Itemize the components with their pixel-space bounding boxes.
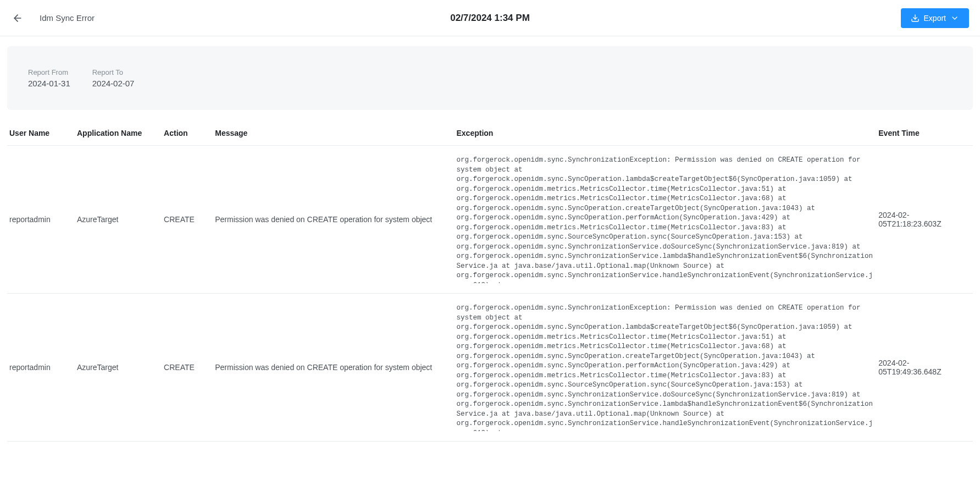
exception-text: org.forgerock.openidm.sync.Synchronizati…: [456, 304, 874, 431]
error-table: User Name Application Name Action Messag…: [7, 121, 973, 442]
cell-eventtime: 2024-02-05T21:18:23.603Z: [876, 146, 973, 294]
download-icon: [911, 14, 920, 23]
table-header-row: User Name Application Name Action Messag…: [7, 121, 973, 146]
report-to-value: 2024-02-07: [92, 79, 135, 88]
cell-appname: AzureTarget: [75, 294, 162, 442]
cell-message: Permission was denied on CREATE operatio…: [213, 146, 454, 294]
report-from-value: 2024-01-31: [28, 79, 70, 88]
header-action[interactable]: Action: [162, 121, 213, 146]
header-username[interactable]: User Name: [7, 121, 75, 146]
table-row: reportadminAzureTargetCREATEPermission w…: [7, 146, 973, 294]
header-exception[interactable]: Exception: [454, 121, 876, 146]
arrow-left-icon: [12, 13, 23, 24]
cell-exception: org.forgerock.openidm.sync.Synchronizati…: [454, 146, 876, 294]
cell-appname: AzureTarget: [75, 146, 162, 294]
report-to-field: Report To 2024-02-07: [92, 68, 135, 88]
table-row: reportadminAzureTargetCREATEPermission w…: [7, 294, 973, 442]
page-header: Idm Sync Error 02/7/2024 1:34 PM Export: [0, 0, 980, 36]
export-label: Export: [924, 14, 946, 23]
export-button[interactable]: Export: [901, 8, 969, 28]
report-timestamp: 02/7/2024 1:34 PM: [450, 13, 530, 24]
report-from-label: Report From: [28, 68, 70, 76]
header-appname[interactable]: Application Name: [75, 121, 162, 146]
cell-eventtime: 2024-02-05T19:49:36.648Z: [876, 294, 973, 442]
header-eventtime[interactable]: Event Time: [876, 121, 973, 146]
header-message[interactable]: Message: [213, 121, 454, 146]
cell-action: CREATE: [162, 146, 213, 294]
cell-username: reportadmin: [7, 146, 75, 294]
cell-action: CREATE: [162, 294, 213, 442]
cell-username: reportadmin: [7, 294, 75, 442]
header-left: Idm Sync Error: [11, 12, 95, 25]
chevron-down-icon: [950, 14, 959, 23]
cell-exception: org.forgerock.openidm.sync.Synchronizati…: [454, 294, 876, 442]
summary-fields: Report From 2024-01-31 Report To 2024-02…: [28, 68, 952, 88]
report-from-field: Report From 2024-01-31: [28, 68, 70, 88]
summary-box: Report From 2024-01-31 Report To 2024-02…: [7, 46, 973, 110]
page-title: Idm Sync Error: [40, 13, 95, 23]
exception-text: org.forgerock.openidm.sync.Synchronizati…: [456, 156, 874, 283]
cell-message: Permission was denied on CREATE operatio…: [213, 294, 454, 442]
content-area: Report From 2024-01-31 Report To 2024-02…: [0, 36, 980, 442]
report-to-label: Report To: [92, 68, 135, 76]
back-button[interactable]: [11, 12, 24, 25]
